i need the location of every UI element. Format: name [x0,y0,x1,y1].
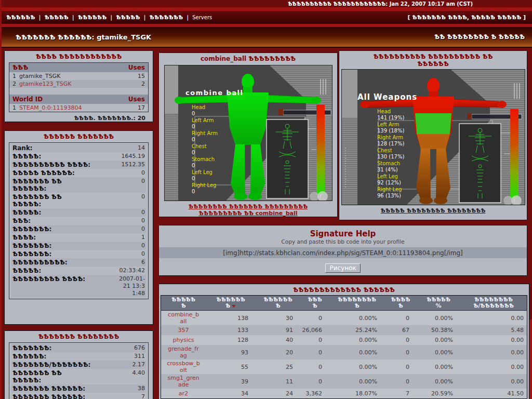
main-navigation: ѢѢѢѢѢѢ | ѢѢѢѢѢ | ѢѢѢѢѢѢ | ѢѢѢѢѢ | ѢѢѢѢѢѢ… [0,11,532,24]
model-label: All Weapons [357,92,417,102]
deaths-value: 91 [256,327,300,334]
page-title: ѢѢѢѢѢѢѢ ѢѢѢѢѢѢ: gtamike_TSGK [16,33,151,41]
col-hs-percent[interactable]: ѢѢѢѢѢ% [417,296,460,310]
col-damage[interactable]: ѢѢѢѢ [300,296,329,310]
signature-image-button[interactable]: Рисунок [325,263,360,273]
stat-label: ѢѢѢѢѢ: [12,153,122,160]
stat-label: ѢѢѢѢѢѢѢ: [12,250,141,258]
stat-row: ѢѢѢѢѢѢѢѢѢ ѢѢѢѢ:2007-01-21 13:31:48 [11,275,146,298]
alias-name-link[interactable]: gtamike123_TSGK [19,81,141,87]
stat-label: ѢѢѢѢѢѢѢ ѢѢѢѢѢѢ: [12,393,141,399]
alias-name: gtamike_TSGK [19,73,138,79]
player-stats-box: Rank:14 ѢѢѢѢѢ:1645.19 ѢѢѢѢѢѢѢѢѢѢ ѢѢѢѢ:15… [9,142,149,299]
stat-row: ѢѢѢѢѢ:0 [11,208,146,217]
col-header-uses[interactable]: Uses [128,96,145,103]
accuracy-value: 0.00% [329,315,384,322]
stat-row: ѢѢѢѢѢѢѢ ѢѢ ѢѢѢѢѢ:4.40 [11,369,146,384]
stat-row: ѢѢѢѢѢѢѢ:0 [11,242,146,250]
stat-row: ѢѢѢѢѢ ѢѢѢѢѢѢ:0 [11,169,146,177]
stat-value: 0 [141,250,145,258]
stat-value: 0 [141,178,145,192]
weapons-table-title: ѢѢѢѢѢѢѢѢѢѢѢѢѢ ѢѢѢѢѢѢ [159,284,529,295]
part-value: 0 [192,137,195,142]
accuracy-value: 25.24% [329,327,384,334]
col-dmg-per-kill[interactable]: ѢѢѢѢѢѢѢѢѢ/ѢѢѢѢѢѢѢ [460,296,527,310]
col-accuracy[interactable]: ѢѢѢѢѢѢѢѢѢ [329,296,384,310]
deaths-value: 11 [256,378,300,385]
weapon-link[interactable]: smg1_grenade [166,375,201,388]
combat-stats-box: ѢѢѢѢѢѢѢ:676 ѢѢѢѢѢѢ:311 ѢѢѢѢѢѢѢ/ѢѢѢѢѢѢѢ:2… [9,342,149,399]
col-header-uses[interactable]: Uses [128,64,145,71]
headshots-value: 0 [384,364,417,370]
dmg-per-kill-value: 0.00 [460,337,527,343]
nav-login-link[interactable]: [ ѢѢѢѢѢѢѢ ѢѢѢѢ, ѢѢѢѢѢ ѢѢѢѢѢ ] [408,14,526,21]
nav-item-3[interactable]: ѢѢѢѢѢѢ [78,14,107,21]
header-right-link[interactable]: ѢѢ ѢѢѢѢѢѢѢѢ Ѣ ѢѢѢѢѢ [434,33,525,41]
steamid-link[interactable]: STEAM_0:0:11193804 [19,104,138,111]
allweapons-caption-link[interactable]: ѢѢѢѢѢ ѢѢѢѢѢѢѢѢ ѢѢѢѢѢѢѢѢ [339,207,527,214]
col-headshots[interactable]: ѢѢѢѢѢ [384,296,417,310]
part-value: 141 (19%) [377,115,404,121]
stat-row: Rank:14 [11,144,146,152]
row-rank: 1 [12,73,16,79]
dmg-per-kill-value: 5.48 [460,327,527,334]
signature-bbcode[interactable]: [img]http://stats.kbhclan.com/index.php/… [159,247,527,258]
stat-label: ѢѢѢѢѢѢѢ ѢѢ ѢѢѢѢѢѢ: [12,178,74,192]
alias-uses: 15 [138,73,145,79]
col-header-worldid[interactable]: World ID [12,96,128,103]
hs-percent-value: 50.38% [417,327,460,334]
stat-value: 1512.35 [122,161,145,168]
dmg-per-kill-value: 0.00 [460,378,527,385]
page-frame-left [0,0,2,399]
stat-value: 1645.19 [122,153,145,160]
nav-item-4[interactable]: ѢѢѢѢѢ [116,14,140,21]
weapons-table-header: ѢѢѢѢѢѢ ѢѢѢѢѢѢѢ ѢѢѢѢѢѢѢ ѢѢѢѢ ѢѢѢѢѢѢѢѢѢ ѢѢ… [161,296,527,311]
stat-row: ѢѢѢѢѢѢ:311 [11,352,146,361]
part-value: 128 (17%) [377,141,404,147]
weapon-hitgroup-panel: combine_ball ѢѢѢѢѢѢѢѢѢ [158,52,338,217]
weapon-row: crossbow_bolt 55 25 0 0.00% 0 0.00% 0.00 [161,360,527,374]
server-datetime: ѢѢѢѢѢѢѢѢѢѢ ѢѢѢѢѢѢѢѢѢѢѢѢ: Jan 22, 2007 10… [288,1,473,7]
stat-label: ѢѢѢѢѢѢѢ: [12,344,134,352]
weapon-link[interactable]: crossbow_bolt [166,360,201,374]
deaths-value: 20 [256,349,300,356]
weapon-link[interactable]: physics [172,337,194,343]
hitgroup-caption-link[interactable]: ѢѢѢѢѢѢѢѢ ѢѢѢѢѢѢѢ ѢѢѢѢѢѢѢѢѢ [159,203,337,210]
aliases-table-header: ѢѢѢ Uses [9,63,148,72]
alias-uses: 2 [141,81,145,87]
headshots-value: 0 [384,337,417,343]
nav-item-2[interactable]: ѢѢѢѢѢ [45,14,69,21]
col-deaths[interactable]: ѢѢѢѢѢѢѢ [256,296,300,310]
stat-row: ѢѢѢѢѢѢѢ/ѢѢѢѢѢѢѢ:2.17 [11,361,146,369]
weapon-link[interactable]: 357 [178,327,189,334]
hs-percent-value: 0.00% [417,315,460,322]
stat-label: ѢѢѢѢѢѢ: [12,353,134,360]
hitgroup-caption-link2[interactable]: ѢѢѢѢѢѢѢѢѢ ѢѢ combine_ball [159,210,337,217]
weapon-link[interactable]: grenade_frag [166,345,201,359]
stat-value: 4.40 [132,369,145,384]
damage-value: 0 [300,337,329,343]
headshots-value: 0 [384,378,417,385]
part-label: Left Leg [192,169,212,175]
col-kills[interactable]: ѢѢѢѢѢѢѢ [206,296,256,310]
weapon-link[interactable]: combine_ball [166,311,201,325]
stat-row: ѢѢѢѢѢѢѢѢѢѢ ѢѢѢѢ:1512.35 [11,161,146,169]
combat-stats-title: ѢѢѢѢѢѢѢ ѢѢѢѢѢѢѢѢ [5,331,153,341]
weapon-row: 357 133 91 26,066 25.24% 67 50.38% 5.48 [161,325,527,335]
nav-item-5[interactable]: ѢѢѢѢѢѢѢ [150,14,183,21]
weapon-row: physics 128 40 0 0.00% 0 0.00% 0.00 [161,335,527,345]
stat-row: ѢѢѢѢѢѢѢ ѢѢ ѢѢѢѢѢѢ:0 [11,177,146,193]
aliases-total: ѢѢѢѢ. ѢѢѢѢѢѢѢ.: 20 [12,115,145,122]
dmg-per-kill-value: 0.00 [460,364,527,370]
col-weapon[interactable]: ѢѢѢѢѢѢ [161,296,206,310]
weapons-table: ѢѢѢѢѢѢ ѢѢѢѢѢѢѢ ѢѢѢѢѢѢѢ ѢѢѢѢ ѢѢѢѢѢѢѢѢѢ ѢѢ… [161,295,527,399]
weapon-link[interactable]: ar2 [179,390,188,397]
col-header-name[interactable]: ѢѢѢ [12,64,128,71]
stat-label: ѢѢѢѢѢѢѢ ѢѢ ѢѢѢѢѢ: [12,369,74,384]
stat-value: 0 [141,217,145,224]
kills-value: 39 [206,378,256,385]
table-row: 1 gtamike_TSGK 15 [9,72,148,80]
nav-item-1[interactable]: ѢѢѢѢѢѢ [6,14,35,21]
stat-row: ѢѢѢѢѢѢѢ:676 [11,344,146,352]
nav-item-servers[interactable]: Servers [192,15,212,20]
